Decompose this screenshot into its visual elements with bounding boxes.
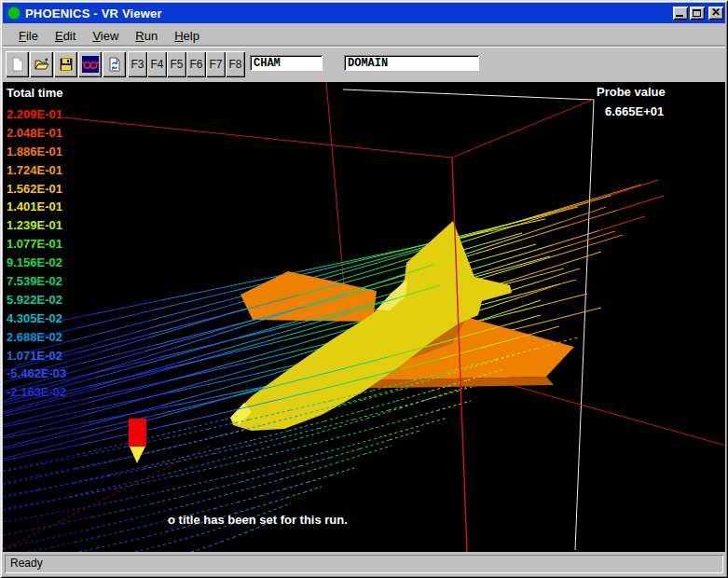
streamline-segment <box>250 352 291 362</box>
streamline-segment <box>103 482 136 489</box>
streamline-segment <box>122 503 152 510</box>
f8-button[interactable]: F8 <box>226 51 245 77</box>
streamline-segment <box>474 240 522 254</box>
new-page-icon <box>10 57 25 72</box>
f3-button[interactable]: F3 <box>128 51 147 77</box>
menu-item-edit[interactable]: Edit <box>47 26 84 46</box>
streamline-segment <box>108 489 123 497</box>
close-button[interactable]: ✕ <box>708 7 723 20</box>
new-file-button[interactable] <box>6 51 29 77</box>
app-window: PHOENICS - VR Viewer ✕ FileEditViewRunHe… <box>0 0 728 578</box>
streamline-segment <box>69 489 103 497</box>
streamline-segment <box>82 417 122 427</box>
f6-button[interactable]: F6 <box>186 51 206 77</box>
legend: Total time 2.209E-012.048E-011.886E-011.… <box>7 86 66 402</box>
f5-button[interactable]: F5 <box>167 51 186 77</box>
domain-box-red-edge <box>326 82 344 286</box>
streamline-segment <box>214 502 238 509</box>
legend-entry: 2.048E-01 <box>7 124 66 143</box>
maximize-icon <box>693 9 701 17</box>
glasses-icon <box>82 56 99 73</box>
streamline-segment <box>611 180 658 195</box>
reload-button[interactable] <box>103 51 126 77</box>
streamline-segment <box>384 427 416 436</box>
streamline-segment <box>166 528 184 532</box>
phoenics-logo-icon <box>7 6 21 21</box>
streamline-segment <box>173 397 216 406</box>
menu-item-file[interactable]: File <box>10 26 47 46</box>
streamline-segment <box>3 463 40 472</box>
streamline-segment <box>232 326 278 339</box>
streamline-segment <box>75 537 98 543</box>
streamline-segment <box>123 482 138 489</box>
streamline-segment <box>134 363 178 375</box>
menu-item-run[interactable]: Run <box>127 26 166 46</box>
streamline-segment <box>114 516 142 523</box>
streamline-segment <box>254 431 289 440</box>
user-field[interactable] <box>250 55 323 71</box>
menu-item-help[interactable]: Help <box>166 26 208 46</box>
streamline-segment <box>76 319 114 328</box>
streamline-segment <box>268 508 280 512</box>
streamline-segment <box>616 196 664 211</box>
streamline-segment <box>416 418 447 427</box>
streamline-segment <box>554 230 599 244</box>
streamline-segment <box>3 504 36 511</box>
streamline-segment <box>141 352 186 365</box>
streamline-segment <box>79 424 117 433</box>
streamline-segment <box>28 547 51 552</box>
streamline-segment <box>364 390 400 400</box>
streamline-segment <box>43 444 83 452</box>
streamline-segment <box>59 530 87 536</box>
streamline-segment <box>558 308 601 319</box>
f4-button[interactable]: F4 <box>147 51 167 77</box>
open-file-button[interactable] <box>30 51 53 77</box>
probe-value: 6.665E+01 <box>605 104 666 118</box>
streamline-segment <box>3 477 40 485</box>
streamline-segment <box>3 543 18 550</box>
streamline-segment <box>472 268 511 278</box>
streamline-segment <box>197 548 202 550</box>
streamline-segment <box>40 469 77 477</box>
streamline-segment <box>135 474 169 482</box>
streamline-segment <box>153 301 191 310</box>
streamline-segment <box>79 354 117 364</box>
streamline-segment <box>552 198 597 211</box>
streamline-segment <box>89 361 131 374</box>
legend-title: Total time <box>7 86 66 100</box>
streamline-segment <box>115 310 153 320</box>
minimize-button[interactable] <box>673 7 688 20</box>
streamline-segment <box>202 530 213 534</box>
streamline-segment <box>41 433 79 441</box>
menu-item-view[interactable]: View <box>84 26 127 46</box>
streamline-segment <box>213 527 225 530</box>
streamline-segment <box>558 252 601 266</box>
streamline-segment <box>91 308 127 315</box>
reload-page-icon <box>107 57 122 72</box>
streamline-segment <box>34 511 66 516</box>
vr-view-button[interactable] <box>78 51 102 77</box>
streamline-segment <box>330 448 360 457</box>
legend-entry: -2.163E-02 <box>7 383 66 402</box>
streamline-segment <box>196 286 231 294</box>
vr-viewport[interactable]: Total time 2.209E-012.048E-011.886E-011.… <box>3 82 725 552</box>
domain-field[interactable] <box>344 55 479 71</box>
open-folder-icon <box>34 57 49 72</box>
streamline-segment <box>89 414 131 422</box>
streamline-segment <box>31 536 59 543</box>
streamline-segment <box>269 498 287 503</box>
streamline-segment <box>284 482 308 489</box>
f7-button[interactable]: F7 <box>206 51 226 77</box>
streamline-segment <box>539 268 580 282</box>
maximize-button[interactable] <box>690 7 705 20</box>
status-bar: Ready <box>3 553 725 575</box>
streamline-segment <box>148 324 195 338</box>
streamline-segment <box>463 225 508 238</box>
streamline-segment <box>170 502 198 510</box>
save-button[interactable] <box>54 51 77 77</box>
streamline-segment <box>535 280 576 291</box>
streamline-segment <box>502 300 541 313</box>
streamline-segment <box>597 185 641 198</box>
legend-entry: 1.886E-01 <box>7 143 66 161</box>
streamline-segment <box>212 375 254 384</box>
